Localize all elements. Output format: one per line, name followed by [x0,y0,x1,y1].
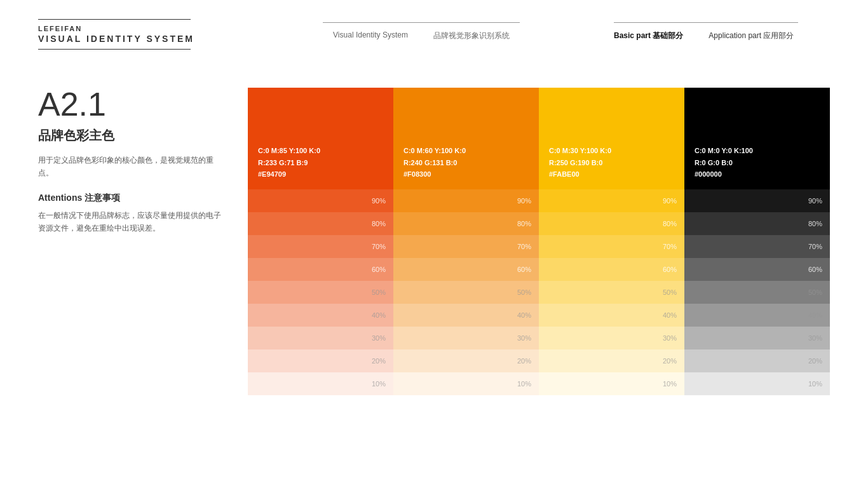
right-nav-basic[interactable]: Basic part 基础部分 [614,30,683,41]
tint-label-c1-10%: 10% [372,380,386,388]
tint-row-c1-70%: 70% [248,235,393,258]
center-nav-line [323,22,520,23]
color-column-4: C:0 M:0 Y:0 K:100R:0 G:0 B:0#00000090%80… [684,88,830,395]
sidebar: A2.1 品牌色彩主色 用于定义品牌色彩印象的核心颜色，是视觉规范的重点。 At… [38,88,222,395]
center-nav-cn[interactable]: 品牌视觉形象识别系统 [433,30,510,41]
tint-label-c3-70%: 70% [663,243,677,250]
header: LEFEIFAN VISUAL IDENTITY SYSTEM Visual I… [0,0,868,62]
tint-row-c3-50%: 50% [539,281,684,304]
tint-label-c3-30%: 30% [663,334,677,342]
tint-row-c2-10%: 10% [393,372,539,395]
tint-label-c3-40%: 40% [663,311,677,319]
color-info-4: C:0 M:0 Y:0 K:100R:0 G:0 B:0#000000 [695,145,820,180]
tint-label-c2-10%: 10% [517,380,531,388]
right-nav-items: Basic part 基础部分 Application part 应用部分 [614,30,794,41]
tint-row-c3-80%: 80% [539,212,684,235]
color-header-1: C:0 M:85 Y:100 K:0R:233 G:71 B:9#E94709 [248,88,393,189]
tint-label-c3-90%: 90% [663,197,677,205]
tint-label-c3-80%: 80% [663,220,677,227]
tint-label-c1-90%: 90% [372,197,386,205]
logo-line-bottom [38,49,191,50]
tint-row-c4-70%: 70% [684,235,830,258]
tint-label-c3-20%: 20% [663,357,677,365]
tint-row-c1-30%: 30% [248,327,393,349]
tint-label-c4-80%: 80% [808,220,822,227]
tint-row-c1-60%: 60% [248,258,393,281]
tint-row-c4-10%: 10% [684,372,830,395]
tint-row-c2-90%: 90% [393,189,539,212]
tint-row-c2-20%: 20% [393,349,539,372]
attention-title: Attentions 注意事项 [38,193,222,204]
tint-label-c1-60%: 60% [372,266,386,273]
tint-row-c4-60%: 60% [684,258,830,281]
color-info-3: C:0 M:30 Y:100 K:0R:250 G:190 B:0#FABE00 [549,145,674,180]
tint-label-c2-80%: 80% [517,220,531,227]
tint-label-c4-30%: 30% [808,334,822,342]
center-nav-items: Visual Identity System 品牌视觉形象识别系统 [333,30,510,41]
tint-label-c1-50%: 50% [372,288,386,296]
page-number: A2.1 [38,88,222,121]
tint-row-c4-20%: 20% [684,349,830,372]
tint-row-c3-70%: 70% [539,235,684,258]
logo-title: VISUAL IDENTITY SYSTEM [38,34,229,44]
section-title: 品牌色彩主色 [38,127,222,144]
tint-label-c2-30%: 30% [517,334,531,342]
center-nav: Visual Identity System 品牌视觉形象识别系统 [229,19,614,41]
tint-row-c2-40%: 40% [393,304,539,327]
attention-desc: 在一般情况下使用品牌标志，应该尽量使用提供的电子资源文件，避免在重绘中出现误差。 [38,209,222,235]
tint-row-c1-80%: 80% [248,212,393,235]
tint-row-c4-80%: 80% [684,212,830,235]
tint-row-c3-60%: 60% [539,258,684,281]
logo-line-top [38,19,191,20]
center-nav-vis[interactable]: Visual Identity System [333,30,408,41]
color-column-2: C:0 M:60 Y:100 K:0R:240 G:131 B:0#F08300… [393,88,539,395]
tint-label-c2-20%: 20% [517,357,531,365]
right-nav-application[interactable]: Application part 应用部分 [709,30,794,41]
tint-label-c4-70%: 70% [808,243,822,250]
tint-label-c2-60%: 60% [517,266,531,273]
tint-row-c2-70%: 70% [393,235,539,258]
tint-row-c4-40%: 40% [684,304,830,327]
color-header-4: C:0 M:0 Y:0 K:100R:0 G:0 B:0#000000 [684,88,830,189]
tint-label-c3-60%: 60% [663,266,677,273]
tint-row-c2-30%: 30% [393,327,539,349]
tint-label-c4-10%: 10% [808,380,822,388]
color-header-3: C:0 M:30 Y:100 K:0R:250 G:190 B:0#FABE00 [539,88,684,189]
section-desc: 用于定义品牌色彩印象的核心颜色，是视觉规范的重点。 [38,154,222,180]
tint-label-c1-20%: 20% [372,357,386,365]
tint-label-c3-10%: 10% [663,380,677,388]
main-content: A2.1 品牌色彩主色 用于定义品牌色彩印象的核心颜色，是视觉规范的重点。 At… [0,62,868,421]
tint-row-c1-40%: 40% [248,304,393,327]
tint-label-c1-70%: 70% [372,243,386,250]
right-nav-line [614,22,798,23]
tint-label-c2-40%: 40% [517,311,531,319]
tint-row-c3-10%: 10% [539,372,684,395]
tint-row-c2-60%: 60% [393,258,539,281]
tint-row-c2-80%: 80% [393,212,539,235]
tint-row-c1-50%: 50% [248,281,393,304]
color-info-2: C:0 M:60 Y:100 K:0R:240 G:131 B:0#F08300 [403,145,529,180]
color-column-1: C:0 M:85 Y:100 K:0R:233 G:71 B:9#E947099… [248,88,393,395]
tint-row-c4-50%: 50% [684,281,830,304]
tint-label-c4-50%: 50% [808,288,822,296]
color-column-3: C:0 M:30 Y:100 K:0R:250 G:190 B:0#FABE00… [539,88,684,395]
logo-name: LEFEIFAN [38,25,229,32]
color-grid: C:0 M:85 Y:100 K:0R:233 G:71 B:9#E947099… [248,88,830,395]
tint-row-c4-90%: 90% [684,189,830,212]
tint-label-c4-90%: 90% [808,197,822,205]
tint-row-c3-20%: 20% [539,349,684,372]
right-nav: Basic part 基础部分 Application part 应用部分 [614,19,830,41]
tint-row-c3-30%: 30% [539,327,684,349]
tint-label-c2-90%: 90% [517,197,531,205]
tint-label-c4-20%: 20% [808,357,822,365]
tint-label-c4-60%: 60% [808,266,822,273]
tint-row-c1-10%: 10% [248,372,393,395]
tint-label-c4-40%: 40% [808,311,822,319]
tint-row-c2-50%: 50% [393,281,539,304]
tint-label-c1-40%: 40% [372,311,386,319]
tint-label-c1-30%: 30% [372,334,386,342]
tint-row-c1-90%: 90% [248,189,393,212]
tint-label-c1-80%: 80% [372,220,386,227]
logo-section: LEFEIFAN VISUAL IDENTITY SYSTEM [38,19,229,50]
tint-row-c1-20%: 20% [248,349,393,372]
